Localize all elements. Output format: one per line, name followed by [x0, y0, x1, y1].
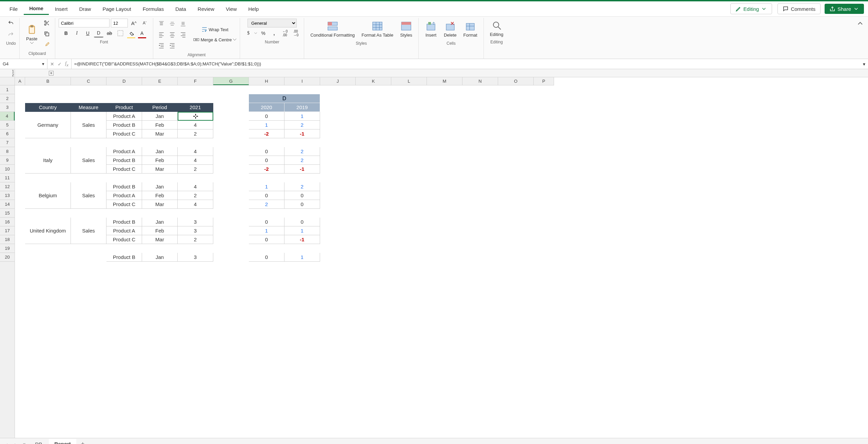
column-header-H[interactable]: H — [249, 77, 284, 85]
column-header-I[interactable]: I — [284, 77, 320, 85]
underline-button[interactable]: U — [83, 29, 93, 38]
cell[interactable]: Product A — [106, 226, 142, 235]
cell[interactable]: Measure — [71, 103, 106, 112]
cell[interactable]: Product C — [106, 200, 142, 209]
collapse-ribbon-button[interactable] — [855, 18, 865, 59]
menu-insert[interactable]: Insert — [50, 3, 73, 15]
format-as-table-button[interactable]: Format As Table — [359, 19, 396, 39]
menu-home[interactable]: Home — [24, 3, 49, 15]
cell[interactable]: Jan — [142, 147, 178, 156]
row-header-15[interactable]: 15 — [0, 209, 15, 218]
formula-expand-button[interactable]: ▾ — [860, 61, 868, 67]
row-header-4[interactable]: 4 — [0, 112, 15, 121]
conditional-formatting-button[interactable]: Conditional Formatting — [308, 19, 357, 39]
cell[interactable]: 2019 — [284, 103, 320, 112]
cell[interactable]: 4 — [178, 182, 213, 191]
row-header-19[interactable]: 19 — [0, 244, 15, 253]
column-header-C[interactable]: C — [71, 77, 106, 85]
menu-formulas[interactable]: Formulas — [137, 3, 170, 15]
insert-cells-button[interactable]: Insert — [422, 19, 440, 39]
cell[interactable]: -1 — [284, 165, 320, 174]
cut-button[interactable] — [42, 19, 52, 27]
cell[interactable]: 3 — [178, 253, 213, 262]
cell[interactable]: Sales — [71, 147, 106, 174]
column-header-D[interactable]: D — [106, 77, 142, 85]
row-header-3[interactable]: 3 — [0, 103, 15, 112]
cell[interactable]: Product B — [106, 218, 142, 226]
row-header-11[interactable]: 11 — [0, 174, 15, 182]
row-header-20[interactable]: 20 — [0, 253, 15, 262]
cell[interactable]: Italy — [25, 147, 71, 174]
delete-cells-button[interactable]: Delete — [441, 19, 459, 39]
cell[interactable]: Product C — [106, 129, 142, 138]
row-header-13[interactable]: 13 — [0, 191, 15, 200]
editing-mode-button[interactable]: Editing — [730, 3, 772, 14]
decrease-indent-button[interactable] — [157, 41, 166, 50]
align-bottom-button[interactable] — [178, 19, 188, 28]
row-header-5[interactable]: 5 — [0, 121, 15, 129]
redo-button[interactable] — [6, 30, 16, 39]
cell[interactable]: D — [249, 94, 320, 103]
cell[interactable]: Belgium — [25, 182, 71, 209]
column-header-P[interactable]: P — [534, 77, 554, 85]
cell[interactable]: 1 — [249, 121, 284, 129]
cell[interactable]: 3 — [178, 226, 213, 235]
cell[interactable]: Product B — [106, 121, 142, 129]
percent-button[interactable]: % — [258, 29, 268, 38]
cell[interactable]: 0 — [249, 253, 284, 262]
cell[interactable]: 0 — [249, 191, 284, 200]
cell[interactable]: 0 — [284, 218, 320, 226]
font-size-select[interactable] — [111, 19, 128, 27]
row-header-1[interactable]: 1 — [0, 85, 15, 94]
cell[interactable]: Feb — [142, 156, 178, 165]
cell[interactable]: Period — [142, 103, 178, 112]
merge-centre-button[interactable]: Merge & Centre — [193, 35, 237, 44]
outline-levels[interactable]: 12 — [0, 69, 15, 77]
cell[interactable]: 1 — [249, 226, 284, 235]
name-box[interactable]: G4 ▾ — [0, 59, 47, 69]
sheet-tab-db[interactable]: DB — [30, 439, 48, 444]
cell[interactable]: Product C — [106, 165, 142, 174]
cell[interactable]: Product B — [106, 156, 142, 165]
cell[interactable] — [178, 112, 213, 121]
align-top-button[interactable] — [157, 19, 166, 28]
cell[interactable]: 0 — [249, 112, 284, 121]
row-header-8[interactable]: 8 — [0, 147, 15, 156]
increase-decimal-button[interactable]: ←0.00 — [280, 29, 290, 38]
editing-button[interactable]: Editing — [487, 18, 506, 38]
cell[interactable]: Mar — [142, 129, 178, 138]
tab-list-button[interactable]: ≡ — [20, 440, 28, 444]
cell[interactable]: Mar — [142, 200, 178, 209]
copy-button[interactable] — [42, 29, 52, 38]
cell[interactable]: Sales — [71, 218, 106, 244]
undo-button[interactable] — [6, 19, 16, 27]
column-header-L[interactable]: L — [391, 77, 427, 85]
menu-file[interactable]: File — [4, 3, 23, 15]
cell[interactable]: 0 — [284, 191, 320, 200]
cell[interactable]: Product C — [106, 235, 142, 244]
cell[interactable]: Jan — [142, 112, 178, 121]
cell[interactable]: 0 — [284, 200, 320, 209]
align-middle-button[interactable] — [167, 19, 177, 28]
row-header-12[interactable]: 12 — [0, 182, 15, 191]
cell[interactable]: Product A — [106, 147, 142, 156]
fx-button[interactable]: fx — [65, 61, 68, 67]
cell[interactable]: -1 — [284, 235, 320, 244]
double-underline-button[interactable]: D — [94, 29, 103, 38]
cell[interactable]: 1 — [284, 253, 320, 262]
cell[interactable]: Sales — [71, 182, 106, 209]
column-header-K[interactable]: K — [356, 77, 391, 85]
row-header-14[interactable]: 14 — [0, 200, 15, 209]
cell[interactable]: Jan — [142, 253, 178, 262]
cell[interactable]: 4 — [178, 156, 213, 165]
currency-button[interactable]: $ — [243, 29, 253, 38]
cell[interactable]: 2 — [178, 191, 213, 200]
column-header-A[interactable]: A — [15, 77, 25, 85]
tab-prev-button[interactable]: ‹ — [3, 440, 11, 444]
number-format-select[interactable]: General — [248, 19, 297, 27]
cell[interactable]: United Kingdom — [25, 218, 71, 244]
row-header-9[interactable]: 9 — [0, 156, 15, 165]
strikethrough-button[interactable]: ab — [105, 29, 114, 38]
cell[interactable]: Germany — [25, 112, 71, 138]
increase-indent-button[interactable] — [167, 41, 177, 50]
